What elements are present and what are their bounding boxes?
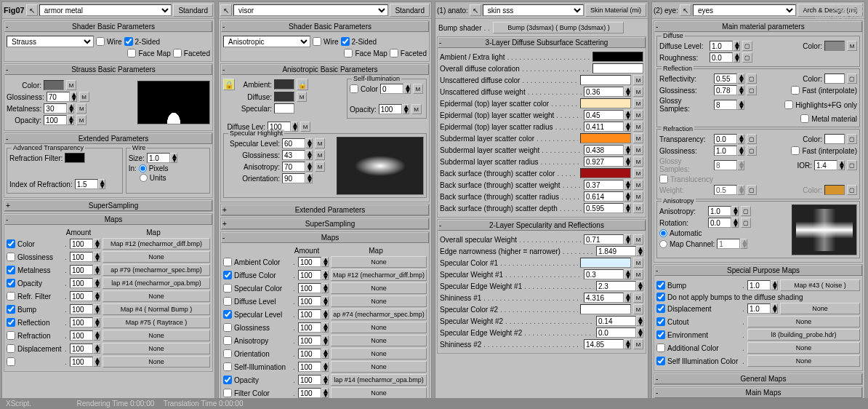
map-slot-btn[interactable]: ap #74 (mecharmor_spec.bmp): [331, 309, 427, 320]
wire-cb[interactable]: [313, 37, 321, 46]
map-amount-spinner[interactable]: ▲▼: [70, 317, 100, 327]
m-btn[interactable]: M: [633, 293, 643, 303]
rollup-shader-basic[interactable]: -Shader Basic Parameters: [221, 21, 429, 32]
map-slot-btn[interactable]: None: [103, 343, 210, 354]
aniso-spinner[interactable]: ▲▼: [282, 162, 313, 172]
map-slot-btn[interactable]: lap #14 (mecharmor_opa.bmp): [103, 277, 210, 289]
sp-enable-cb[interactable]: [656, 281, 665, 290]
map-slot-btn[interactable]: None: [331, 295, 427, 307]
m-btn[interactable]: M: [633, 168, 643, 178]
map-slot-btn[interactable]: None: [331, 335, 427, 346]
map-enable-cb[interactable]: [7, 266, 15, 274]
sp-enable-cb[interactable]: [656, 317, 665, 326]
color-swatch[interactable]: [592, 63, 643, 74]
map-slot-btn[interactable]: None: [331, 361, 427, 373]
map-slot-btn[interactable]: Map #12 (mecharmor_diff.bmp): [103, 238, 210, 250]
refl-spinner[interactable]: ▲▼: [714, 74, 744, 84]
color-swatch[interactable]: [580, 168, 631, 178]
map-amount-spinner[interactable]: ▲▼: [298, 375, 329, 385]
map-amount-spinner[interactable]: ▲▼: [298, 388, 329, 398]
sp-enable-cb[interactable]: [656, 357, 665, 365]
map-amount-spinner[interactable]: ▲▼: [298, 270, 329, 280]
color-swatch[interactable]: [580, 133, 631, 143]
ior-spinner[interactable]: ▲▼: [814, 160, 845, 170]
transl-cb[interactable]: [659, 175, 668, 183]
pick-icon[interactable]: ↖: [680, 4, 691, 16]
rollup-3layer[interactable]: -3-Layer Diffuse Subsurface Scattering: [438, 37, 646, 48]
m-btn[interactable]: M: [633, 180, 643, 190]
value-spinner[interactable]: ▲▼: [584, 122, 631, 132]
map-slot-btn[interactable]: Map #75 ( Raytrace ): [103, 317, 210, 328]
map-amount-spinner[interactable]: ▲▼: [70, 330, 100, 341]
rollup-extended[interactable]: +Extended Parameters: [221, 204, 429, 215]
map-enable-cb[interactable]: [223, 310, 232, 319]
rollup-main-params[interactable]: -Main material parameters: [654, 21, 862, 32]
rollup-special-maps[interactable]: -Special Purpose Maps: [654, 265, 862, 276]
metal-spinner[interactable]: ▲▼: [44, 103, 74, 114]
gloss-spinner[interactable]: ▲▼: [47, 92, 77, 102]
rough-spinner[interactable]: ▲▼: [710, 52, 740, 63]
sp-map-btn[interactable]: None: [747, 355, 860, 367]
value-spinner[interactable]: ▲▼: [584, 156, 631, 167]
m-btn[interactable]: M: [633, 191, 643, 202]
speclev-spinner[interactable]: ▲▼: [282, 138, 313, 148]
map-enable-cb[interactable]: [223, 323, 232, 332]
pick-icon[interactable]: ↖: [470, 4, 481, 16]
amb-swatch[interactable]: [274, 79, 294, 90]
value-spinner[interactable]: ▲▼: [584, 180, 631, 190]
rollup-supersampling[interactable]: +SuperSampling: [221, 218, 429, 229]
note-cb[interactable]: [656, 293, 665, 301]
transl-color-swatch[interactable]: [824, 185, 845, 195]
map-enable-cb[interactable]: [7, 318, 15, 327]
m-btn[interactable]: M: [633, 145, 643, 155]
map-slot-btn[interactable]: ap #79 (mecharmor_spec.bmp): [103, 264, 210, 276]
sp-enable-cb[interactable]: [656, 344, 665, 352]
sp-map-btn[interactable]: Map #43 ( Noise ): [780, 279, 860, 291]
rollup-maps[interactable]: -Maps: [4, 214, 212, 225]
map-enable-cb[interactable]: [223, 376, 232, 384]
color-swatch[interactable]: [580, 258, 631, 268]
material-type-btn[interactable]: Skin Material (mi): [585, 4, 646, 17]
pixels-radio[interactable]: [139, 164, 147, 172]
m-btn[interactable]: M: [633, 234, 643, 245]
color-swatch[interactable]: [580, 75, 631, 85]
map-amount-spinner[interactable]: ▲▼: [298, 322, 329, 333]
material-type-btn[interactable]: Standard: [173, 4, 213, 17]
twosided-cb[interactable]: [341, 37, 350, 46]
map-amount-spinner[interactable]: ▲▼: [70, 304, 100, 314]
map-enable-cb[interactable]: [7, 253, 15, 261]
m-btn[interactable]: M: [633, 339, 643, 349]
map-slot-btn[interactable]: None: [331, 282, 427, 294]
si-spinner[interactable]: ▲▼: [380, 84, 411, 94]
map-slot-btn[interactable]: None: [331, 387, 427, 399]
color-swatch[interactable]: [592, 52, 643, 62]
rollup-extended[interactable]: -Extended Parameters: [4, 133, 212, 144]
map-enable-cb[interactable]: [7, 344, 15, 353]
map-amount-spinner[interactable]: ▲▼: [298, 257, 329, 267]
sp-enable-cb[interactable]: [656, 304, 665, 313]
value-spinner[interactable]: ▲▼: [584, 145, 631, 155]
map-enable-cb[interactable]: [7, 292, 15, 301]
m-btn[interactable]: M: [633, 258, 643, 268]
color-swatch[interactable]: [580, 98, 631, 108]
map-amount-spinner[interactable]: ▲▼: [298, 349, 329, 359]
opac-spinner[interactable]: ▲▼: [44, 115, 74, 125]
value-spinner[interactable]: ▲▼: [584, 293, 631, 303]
sp-map-btn[interactable]: None: [747, 316, 860, 327]
twosided-cb[interactable]: [124, 37, 133, 46]
m-btn[interactable]: M: [633, 110, 643, 120]
lock-icon[interactable]: 🔒: [223, 79, 235, 90]
map-enable-cb[interactable]: [7, 305, 15, 314]
map-slot-btn[interactable]: None: [103, 356, 210, 368]
ior-spinner[interactable]: ▲▼: [75, 179, 105, 189]
map-amount-spinner[interactable]: ▲▼: [298, 362, 329, 372]
map-amount-spinner[interactable]: ▲▼: [70, 344, 100, 354]
pick-icon[interactable]: ↖: [26, 4, 38, 16]
facemap-cb[interactable]: [344, 49, 353, 57]
map-amount-spinner[interactable]: ▲▼: [298, 283, 329, 293]
refr-filter-swatch[interactable]: [65, 153, 85, 163]
rollup-aniso[interactable]: -Anisotropic Basic Parameters: [221, 64, 429, 75]
rollup-2layer-spec[interactable]: -2-Layer Specularity and Reflections: [438, 220, 646, 231]
mapch-radio[interactable]: [659, 240, 667, 248]
value-spinner[interactable]: ▲▼: [584, 191, 631, 202]
